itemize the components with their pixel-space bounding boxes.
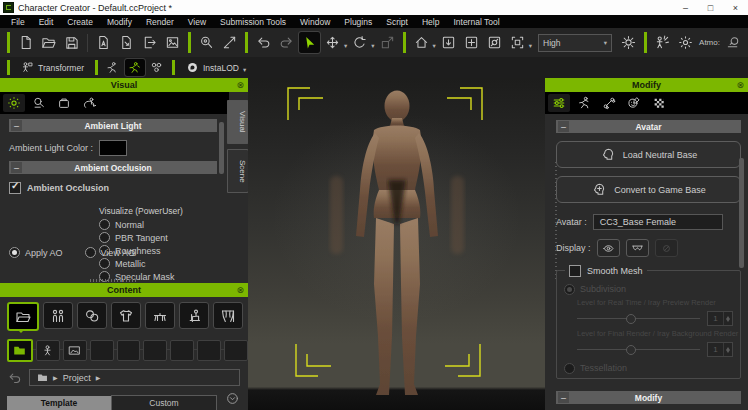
modify-panel-close-icon[interactable]: ⊗ <box>736 79 744 91</box>
display-eye-button[interactable] <box>597 239 620 257</box>
display-underwear-button[interactable] <box>626 239 649 257</box>
load-neutral-base-button[interactable]: Load Neutral Base <box>556 141 741 168</box>
rotate-tool-caret[interactable]: ▾ <box>371 42 374 50</box>
collapse-icon[interactable]: – <box>558 121 569 132</box>
menu-internal-tool[interactable]: Internal Tool <box>446 17 506 27</box>
tab-face-edit[interactable] <box>623 94 645 112</box>
quality-dropdown[interactable]: High ▾ <box>538 34 612 52</box>
close-button[interactable]: × <box>723 0 748 15</box>
collapse-icon[interactable]: – <box>11 162 22 173</box>
category-motion[interactable] <box>179 302 209 329</box>
pose-mode-b-button[interactable] <box>125 59 145 76</box>
menu-file[interactable]: File <box>4 17 32 27</box>
menu-script[interactable]: Script <box>379 17 415 27</box>
marquee-select-caret[interactable]: ▾ <box>529 42 532 50</box>
tab-template[interactable]: Template <box>7 396 111 410</box>
subcategory-scene[interactable] <box>63 340 87 361</box>
tab-pose-rotate[interactable] <box>78 94 100 112</box>
radio-view-ao[interactable] <box>85 247 96 258</box>
category-stage[interactable] <box>213 302 243 329</box>
tab-animation[interactable] <box>573 94 595 112</box>
panel-grip[interactable] <box>555 162 557 282</box>
menu-view[interactable]: View <box>181 17 213 27</box>
ambient-occlusion-section-header[interactable]: – Ambient Occlusion <box>9 161 217 174</box>
side-tab-visual[interactable]: Visual <box>227 100 249 144</box>
import-button[interactable] <box>93 32 114 53</box>
shadow-button[interactable] <box>723 32 744 53</box>
viewport-3d[interactable] <box>248 78 545 410</box>
visual-scrollbar[interactable] <box>219 122 224 174</box>
home-view-button[interactable] <box>411 32 432 53</box>
tab-render-bag[interactable] <box>53 94 75 112</box>
transformer-button[interactable]: Transformer <box>14 59 91 76</box>
atmosphere-button[interactable] <box>675 32 696 53</box>
home-view-caret[interactable]: ▾ <box>433 42 436 50</box>
radio-normal[interactable] <box>99 219 110 230</box>
ambient-occlusion-checkbox[interactable] <box>9 182 21 194</box>
collapse-icon[interactable]: – <box>11 120 22 131</box>
menu-modify[interactable]: Modify <box>100 17 139 27</box>
avatar-section-header[interactable]: – Avatar <box>556 120 741 133</box>
content-panel-header[interactable]: Content ⊗ <box>0 283 248 297</box>
breadcrumb-project[interactable]: Project <box>63 373 91 383</box>
visual-panel-close-icon[interactable]: ⊗ <box>236 79 244 91</box>
smooth-mesh-checkbox[interactable] <box>569 265 581 277</box>
move-tool-caret[interactable]: ▾ <box>344 42 347 50</box>
calibration-tool-button[interactable] <box>219 32 240 53</box>
search-tool-button[interactable] <box>196 32 217 53</box>
visual-panel-header[interactable]: Visual ⊗ <box>0 78 248 92</box>
mesh-cluster-button[interactable] <box>147 59 167 76</box>
modify-panel-header[interactable]: Modify ⊗ <box>545 78 748 92</box>
tab-bone[interactable] <box>598 94 620 112</box>
side-tab-scene[interactable]: Scene <box>227 149 249 194</box>
move-tool-button[interactable] <box>322 32 343 53</box>
radio-metallic[interactable] <box>99 258 110 269</box>
category-template-folder[interactable] <box>7 302 39 331</box>
tab-attribute-sliders[interactable] <box>548 94 570 112</box>
breadcrumb-back-icon[interactable] <box>8 371 22 385</box>
open-project-button[interactable] <box>38 32 59 53</box>
center-view-button[interactable] <box>461 32 482 53</box>
menu-plugins[interactable]: Plugins <box>337 17 379 27</box>
collapse-icon[interactable]: – <box>558 392 569 403</box>
pose-mode-a-button[interactable] <box>103 59 123 76</box>
menu-edit[interactable]: Edit <box>32 17 61 27</box>
menu-window[interactable]: Window <box>293 17 337 27</box>
breadcrumb-arrow-icon[interactable]: ▶ <box>96 374 101 381</box>
redo-button[interactable] <box>276 32 297 53</box>
category-cloth[interactable] <box>111 302 141 329</box>
tab-display-settings[interactable] <box>3 94 25 112</box>
rotate-tool-button[interactable] <box>349 32 370 53</box>
export-image-button[interactable] <box>162 32 183 53</box>
tab-texture-checker[interactable] <box>648 94 670 112</box>
camera-orbit-button[interactable] <box>484 32 505 53</box>
save-project-button[interactable] <box>61 32 82 53</box>
tab-custom[interactable]: Custom <box>111 395 217 410</box>
export-document-button[interactable] <box>116 32 137 53</box>
modify-section-header[interactable]: – Modify <box>556 391 741 404</box>
modify-scrollbar[interactable] <box>739 158 744 268</box>
category-accessory[interactable] <box>145 302 175 329</box>
undo-button[interactable] <box>253 32 274 53</box>
select-tool-button[interactable] <box>299 32 320 53</box>
category-material[interactable] <box>77 302 107 329</box>
convert-to-game-base-button[interactable]: Convert to Game Base <box>556 176 741 203</box>
new-project-button[interactable] <box>15 32 36 53</box>
minimize-button[interactable]: – <box>673 0 698 15</box>
content-panel-close-icon[interactable]: ⊗ <box>236 284 244 296</box>
tab-preview-lamp[interactable] <box>28 94 50 112</box>
instalod-button[interactable]: InstaLOD ▾ <box>179 59 253 76</box>
maximize-button[interactable]: □ <box>698 0 723 15</box>
avatar-name-field[interactable]: CC3_Base Female <box>593 214 723 230</box>
breadcrumb[interactable]: ▶ Project ▶ <box>29 369 240 386</box>
front-view-button[interactable] <box>438 32 459 53</box>
breadcrumb-arrow-icon[interactable]: ▶ <box>53 374 58 381</box>
edit-pose-button[interactable] <box>652 32 673 53</box>
category-avatar[interactable] <box>43 302 73 329</box>
subcategory-project-folder[interactable] <box>7 339 33 362</box>
menu-submission-tools[interactable]: Submission Tools <box>213 17 293 27</box>
ambient-light-color-swatch[interactable] <box>99 140 127 156</box>
subcategory-actor[interactable] <box>36 340 60 361</box>
panel-grip[interactable] <box>90 279 136 282</box>
scale-tool-button[interactable] <box>377 32 398 53</box>
